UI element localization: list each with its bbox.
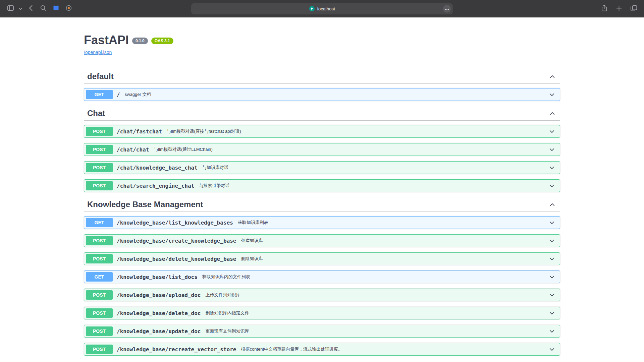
section-title: Knowledge Base Management xyxy=(87,199,203,209)
operation-description: 与llm模型对话(通过LLMChain) xyxy=(154,146,213,153)
operation-description: 删除知识库 xyxy=(241,256,263,262)
book-extension-icon xyxy=(53,5,59,12)
operation-post-chat-knowledge-base-chat[interactable]: POST/chat/knowledge_base_chat与知识库对话 xyxy=(84,161,560,174)
browser-window: localhost xyxy=(0,0,644,362)
search-icon xyxy=(40,5,46,12)
operation-post-knowledge-base-create-knowledge-base[interactable]: POST/knowledge_base/create_knowledge_bas… xyxy=(84,234,560,247)
method-badge: POST xyxy=(86,254,113,263)
api-title: FastAPI 0.1.0 OAS 3.1 xyxy=(84,33,560,48)
operation-path: /knowledge_base/recreate_vector_store xyxy=(117,346,236,353)
operation-description: 与llm模型对话(直接与fastchat api对话) xyxy=(167,128,241,134)
operation-post-knowledge-base-upload-doc[interactable]: POST/knowledge_base/upload_doc上传文件到知识库 xyxy=(84,289,560,301)
method-badge: POST xyxy=(86,236,113,245)
operation-path: /knowledge_base/delete_doc xyxy=(117,310,201,316)
section-title: default xyxy=(87,71,114,81)
search-button[interactable] xyxy=(38,4,49,14)
sidebar-toggle-icon xyxy=(7,5,14,12)
method-badge: POST xyxy=(86,181,113,190)
browser-toolbar: localhost xyxy=(0,0,644,17)
operation-path: /knowledge_base/update_doc xyxy=(117,328,201,335)
operation-expand-chevron-down-icon[interactable] xyxy=(549,238,555,244)
method-badge: POST xyxy=(86,308,113,318)
book-extension-button[interactable] xyxy=(50,4,62,14)
operation-path: /knowledge_base/upload_doc xyxy=(117,292,201,298)
openapi-spec-link[interactable]: /openapi.json xyxy=(84,50,112,55)
api-section-knowledge-base-management: Knowledge Base ManagementGET/knowledge_b… xyxy=(84,197,560,356)
method-badge: POST xyxy=(86,326,113,336)
section-collapse-chevron-up-icon[interactable] xyxy=(549,201,555,208)
ellipsis-icon xyxy=(445,6,449,11)
back-button[interactable] xyxy=(25,4,36,14)
operation-expand-chevron-down-icon[interactable] xyxy=(549,92,555,98)
operation-description: 与搜索引擎对话 xyxy=(199,183,229,189)
operation-path: /chat/chat xyxy=(117,146,149,153)
operation-description: 获取知识库内的文件列表 xyxy=(202,274,250,280)
section-title: Chat xyxy=(87,108,105,118)
record-extension-icon xyxy=(66,5,72,12)
operation-description: 与知识库对话 xyxy=(202,165,228,171)
version-badge: 0.1.0 xyxy=(132,38,148,44)
api-title-text: FastAPI xyxy=(84,33,129,48)
sidebar-toggle-button[interactable] xyxy=(5,4,16,14)
section-header-knowledge-base-management[interactable]: Knowledge Base Management xyxy=(84,197,560,212)
operation-expand-chevron-down-icon[interactable] xyxy=(549,310,555,316)
operation-path: /knowledge_base/list_knowledge_bases xyxy=(117,220,233,226)
operation-path: / xyxy=(117,92,120,98)
operation-get-[interactable]: GET/swagger 文档 xyxy=(84,88,560,101)
tab-overview-button[interactable] xyxy=(628,4,639,14)
share-button[interactable] xyxy=(598,4,610,14)
section-collapse-chevron-up-icon[interactable] xyxy=(549,110,555,117)
operation-expand-chevron-down-icon[interactable] xyxy=(549,256,555,262)
operation-post-knowledge-base-update-doc[interactable]: POST/knowledge_base/update_doc更新现有文件到知识库 xyxy=(84,325,560,338)
section-header-default[interactable]: default xyxy=(84,69,560,84)
operation-expand-chevron-down-icon[interactable] xyxy=(549,183,555,189)
operation-expand-chevron-down-icon[interactable] xyxy=(549,274,555,280)
swagger-wrapper: FastAPI 0.1.0 OAS 3.1 /openapi.json defa… xyxy=(77,17,567,356)
toolbar-left-group xyxy=(5,4,74,14)
api-info: FastAPI 0.1.0 OAS 3.1 /openapi.json xyxy=(84,33,560,55)
method-badge: POST xyxy=(86,290,113,300)
operation-description: 创建知识库 xyxy=(241,238,263,244)
toolbar-right-group xyxy=(598,4,639,14)
operation-get-knowledge-base-list-knowledge-bases[interactable]: GET/knowledge_base/list_knowledge_bases获… xyxy=(84,216,560,229)
operation-get-knowledge-base-list-docs[interactable]: GET/knowledge_base/list_docs获取知识库内的文件列表 xyxy=(84,270,560,283)
api-section-default: defaultGET/swagger 文档 xyxy=(84,69,560,101)
operation-post-knowledge-base-delete-knowledge-base[interactable]: POST/knowledge_base/delete_knowledge_bas… xyxy=(84,252,560,265)
address-bar[interactable]: localhost xyxy=(191,3,453,14)
operation-expand-chevron-down-icon[interactable] xyxy=(549,346,555,353)
sidebar-menu-button[interactable] xyxy=(17,4,23,14)
chevron-down-icon xyxy=(19,6,22,11)
section-collapse-chevron-up-icon[interactable] xyxy=(549,73,555,80)
operation-expand-chevron-down-icon[interactable] xyxy=(549,128,555,135)
operation-path: /chat/fastchat xyxy=(117,128,162,135)
fastapi-favicon xyxy=(309,6,315,12)
operation-expand-chevron-down-icon[interactable] xyxy=(549,165,555,171)
operation-path: /knowledge_base/create_knowledge_base xyxy=(117,238,236,244)
operation-post-knowledge-base-delete-doc[interactable]: POST/knowledge_base/delete_doc删除知识库内指定文件 xyxy=(84,307,560,319)
method-badge: GET xyxy=(86,218,113,227)
operation-path: /knowledge_base/delete_knowledge_base xyxy=(117,256,236,262)
method-badge: POST xyxy=(86,345,113,354)
url-text: localhost xyxy=(317,6,335,11)
oas-badge: OAS 3.1 xyxy=(151,38,173,44)
operation-post-chat-fastchat[interactable]: POST/chat/fastchat与llm模型对话(直接与fastchat a… xyxy=(84,125,560,138)
operation-post-chat-search-engine-chat[interactable]: POST/chat/search_engine_chat与搜索引擎对话 xyxy=(84,179,560,192)
operation-expand-chevron-down-icon[interactable] xyxy=(549,146,555,153)
operation-path: /chat/search_engine_chat xyxy=(117,183,194,189)
record-extension-button[interactable] xyxy=(63,4,74,14)
operation-expand-chevron-down-icon[interactable] xyxy=(549,328,555,335)
method-badge: POST xyxy=(86,163,113,172)
operation-post-chat-chat[interactable]: POST/chat/chat与llm模型对话(通过LLMChain) xyxy=(84,143,560,156)
new-tab-button[interactable] xyxy=(613,4,625,14)
operation-description: 获取知识库列表 xyxy=(238,220,268,226)
method-badge: GET xyxy=(86,90,113,99)
operation-expand-chevron-down-icon[interactable] xyxy=(549,292,555,298)
operation-description: 删除知识库内指定文件 xyxy=(205,310,249,316)
operation-path: /chat/knowledge_base_chat xyxy=(117,165,198,171)
back-icon xyxy=(29,5,33,12)
operation-expand-chevron-down-icon[interactable] xyxy=(549,220,555,226)
page-menu-button[interactable] xyxy=(443,5,451,13)
operation-post-knowledge-base-recreate-vector-store[interactable]: POST/knowledge_base/recreate_vector_stor… xyxy=(84,343,560,356)
new-tab-icon xyxy=(616,5,622,12)
section-header-chat[interactable]: Chat xyxy=(84,106,560,121)
